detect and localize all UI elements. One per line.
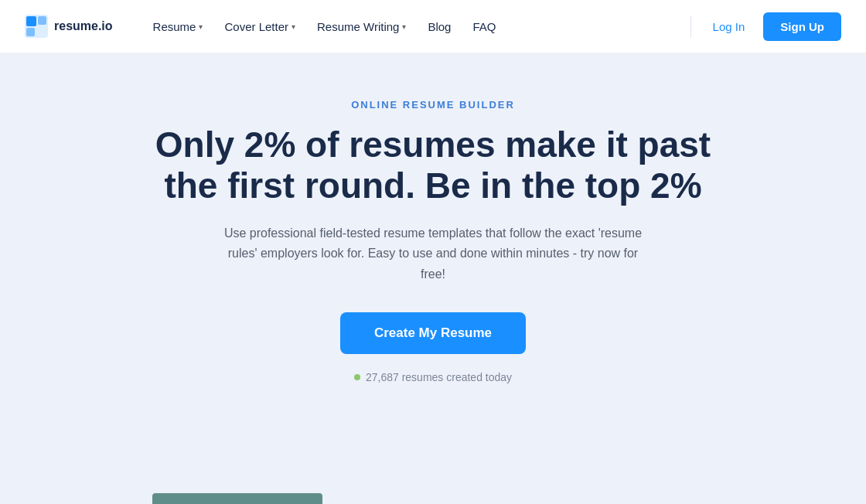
hero-subtitle: Use professional field-tested resume tem…: [216, 223, 650, 284]
hero-section: ONLINE RESUME BUILDER Only 2% of resumes…: [0, 53, 866, 485]
svg-rect-1: [26, 16, 36, 26]
logo-link[interactable]: resume.io: [25, 15, 113, 38]
navbar: resume.io Resume ▾ Cover Letter ▾ Resume…: [0, 0, 866, 53]
svg-rect-3: [26, 28, 35, 36]
nav-faq-label: FAQ: [472, 20, 496, 33]
nav-resume-writing-label: Resume Writing: [317, 20, 399, 33]
login-button[interactable]: Log In: [704, 14, 755, 39]
nav-item-resume[interactable]: Resume ▾: [144, 14, 213, 39]
preview-bar: [0, 485, 866, 504]
preview-card-left: [152, 493, 322, 504]
chevron-down-icon: ▾: [292, 22, 295, 31]
nav-item-resume-writing[interactable]: Resume Writing ▾: [308, 14, 415, 39]
nav-item-cover-letter[interactable]: Cover Letter ▾: [215, 14, 305, 39]
chevron-down-icon: ▾: [402, 22, 406, 31]
signup-button[interactable]: Sign Up: [763, 12, 841, 41]
nav-item-faq[interactable]: FAQ: [463, 14, 505, 39]
nav-cover-letter-label: Cover Letter: [224, 20, 288, 33]
create-resume-button[interactable]: Create My Resume: [340, 312, 526, 354]
nav-resume-label: Resume: [153, 20, 196, 33]
nav-links: Resume ▾ Cover Letter ▾ Resume Writing ▾…: [144, 14, 678, 39]
svg-rect-2: [38, 16, 46, 25]
hero-title: Only 2% of resumes make it past the firs…: [131, 124, 735, 206]
counter-row: 27,687 resumes created today: [354, 371, 512, 383]
nav-right: Log In Sign Up: [704, 12, 841, 41]
hero-eyebrow: ONLINE RESUME BUILDER: [351, 99, 515, 111]
nav-divider: [690, 15, 691, 37]
counter-text: 27,687 resumes created today: [366, 371, 512, 383]
nav-blog-label: Blog: [428, 20, 451, 33]
logo-text: resume.io: [54, 19, 113, 33]
logo-icon: [25, 15, 48, 38]
counter-dot: [354, 374, 360, 380]
nav-item-blog[interactable]: Blog: [418, 14, 460, 39]
chevron-down-icon: ▾: [199, 22, 203, 31]
